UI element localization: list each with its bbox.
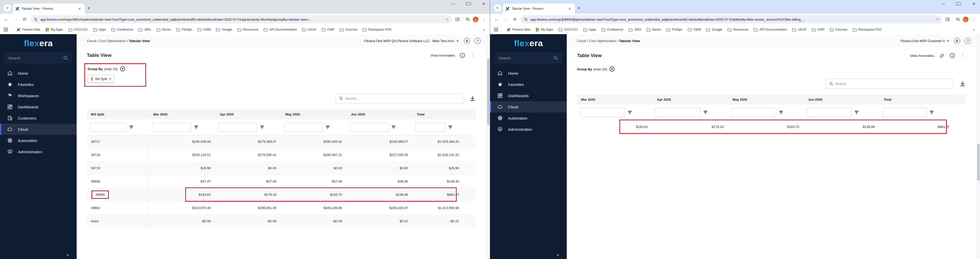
bookmark-item[interactable]: Decks bbox=[644, 27, 663, 33]
sidebar-search[interactable] bbox=[5, 53, 72, 63]
column-header[interactable]: Mar 2025 bbox=[577, 96, 652, 103]
filter-icon[interactable] bbox=[854, 111, 859, 114]
monosnap-extension-icon[interactable]: ◡ bbox=[473, 17, 478, 22]
back-button[interactable]: ← bbox=[493, 17, 500, 22]
sidebar-item-cloud[interactable]: Cloud bbox=[0, 124, 76, 135]
tab-search-button[interactable] bbox=[494, 4, 501, 12]
restore-button[interactable] bbox=[466, 2, 471, 6]
sidebar-item-automation[interactable]: Automation bbox=[0, 135, 76, 146]
sidebar-item-dashboards[interactable]: Dashboards bbox=[0, 101, 76, 112]
column-header[interactable]: Total bbox=[412, 111, 464, 117]
scrollbar-thumb[interactable] bbox=[487, 58, 490, 125]
page-scrollbar[interactable] bbox=[977, 34, 980, 259]
scrollbar-thumb[interactable] bbox=[977, 144, 980, 181]
bookmarks-overflow-icon[interactable]: » bbox=[971, 27, 977, 32]
bookmark-item[interactable]: Resources bbox=[725, 27, 751, 33]
bookmark-item[interactable]: API Documentation bbox=[751, 27, 789, 33]
table-row[interactable]: 38659$183.62$179.16$183.70$136.88$683.37 bbox=[87, 188, 476, 201]
bookmark-item[interactable]: CMM bbox=[196, 27, 213, 33]
new-tab-button[interactable]: + bbox=[578, 5, 581, 11]
bookmark-item[interactable]: My Apps bbox=[43, 27, 65, 33]
table-row[interactable]: $183.62$179.16$183.70$136.88$683.37 bbox=[577, 120, 966, 134]
filter-icon[interactable] bbox=[628, 111, 632, 114]
help-icon[interactable]: ? bbox=[965, 38, 971, 44]
column-header[interactable]: Total bbox=[879, 96, 954, 103]
bookmark-item[interactable]: CCO-CCr bbox=[556, 27, 580, 33]
table-search-input[interactable] bbox=[835, 82, 950, 86]
reload-button[interactable]: ⟳ bbox=[512, 17, 518, 22]
bookmark-item[interactable]: Courses bbox=[827, 27, 850, 33]
column-header[interactable]: Jun 2025 bbox=[347, 111, 412, 117]
sidebar-item-automation[interactable]: Automation bbox=[490, 112, 567, 124]
user-avatar-icon[interactable] bbox=[954, 38, 960, 44]
table-row[interactable]: 36717$235,035.44$275,369.47$290,420.42$2… bbox=[87, 135, 476, 148]
column-filter-input[interactable] bbox=[655, 108, 701, 117]
bookmark-item[interactable]: JIRA bbox=[626, 27, 643, 33]
table-search[interactable] bbox=[826, 79, 953, 89]
filter-icon[interactable] bbox=[325, 125, 330, 129]
table-menu-icon[interactable]: ⋮ bbox=[960, 53, 966, 58]
forward-button[interactable]: → bbox=[12, 17, 19, 22]
tab-close-icon[interactable]: ✕ bbox=[77, 6, 82, 11]
download-icon[interactable] bbox=[469, 95, 476, 101]
bookmark-star-icon[interactable]: ☆ bbox=[446, 17, 449, 22]
bookmark-item[interactable]: Confluence bbox=[109, 27, 135, 33]
filter-icon[interactable] bbox=[929, 111, 934, 114]
bookmark-item[interactable]: Google bbox=[214, 27, 234, 33]
table-search-input[interactable] bbox=[345, 96, 460, 100]
bookmark-item[interactable]: Google bbox=[704, 27, 724, 33]
playlist-extension-icon[interactable] bbox=[465, 17, 470, 22]
help-icon[interactable]: ? bbox=[474, 38, 480, 44]
bookmark-item[interactable]: Flexera Okta bbox=[14, 27, 42, 33]
column-header[interactable]: Jun 2025 bbox=[804, 96, 879, 103]
tab-search-button[interactable] bbox=[3, 4, 11, 12]
sidebar-item-home[interactable]: Home bbox=[0, 68, 76, 79]
tab-close-icon[interactable]: ✕ bbox=[567, 6, 573, 11]
column-header[interactable]: Mar 2025 bbox=[149, 111, 215, 117]
sidebar-item-administration[interactable]: Administration bbox=[0, 146, 76, 157]
bookmark-star-icon[interactable]: ☆ bbox=[936, 17, 939, 22]
filter-icon[interactable] bbox=[194, 125, 199, 129]
table-menu-icon[interactable]: ⋮ bbox=[470, 53, 476, 58]
bookmarks-overflow-icon[interactable]: » bbox=[481, 27, 486, 32]
forward-button[interactable]: → bbox=[503, 17, 509, 22]
table-row[interactable]: 36718$235,125.51$275,590.41$290,087.21$2… bbox=[87, 148, 476, 162]
column-filter-input[interactable] bbox=[90, 123, 126, 132]
column-filter-input[interactable] bbox=[284, 123, 323, 132]
column-header[interactable]: May 2025 bbox=[728, 96, 804, 103]
account-selector[interactable]: Flexera One MSP Customer 5 bbox=[900, 39, 949, 43]
add-group-by-icon[interactable] bbox=[609, 66, 615, 72]
extensions-icon[interactable] bbox=[455, 17, 460, 22]
view-anomalies-link[interactable]: View Anomalies bbox=[910, 54, 934, 58]
filter-icon[interactable] bbox=[448, 125, 453, 129]
sidebar-search[interactable] bbox=[495, 53, 562, 63]
sidebar-item-home[interactable]: Home bbox=[490, 68, 567, 79]
address-bar[interactable]: app.flexera.com/orgs/38659/optima/tabula… bbox=[521, 15, 942, 24]
sidebar-search-input[interactable] bbox=[8, 56, 63, 60]
bookmark-item[interactable]: CMP bbox=[810, 27, 827, 33]
bookmark-item[interactable]: Resources bbox=[235, 27, 261, 33]
bookmark-item[interactable]: Confluence bbox=[599, 27, 625, 33]
table-search[interactable] bbox=[336, 93, 463, 104]
column-filter-input[interactable] bbox=[350, 123, 389, 132]
restore-button[interactable] bbox=[956, 2, 961, 6]
playlist-extension-icon[interactable] bbox=[955, 17, 960, 22]
info-icon[interactable] bbox=[460, 52, 465, 58]
bookmark-item[interactable]: Rackspace POC bbox=[851, 27, 884, 33]
bookmark-item[interactable]: My Apps bbox=[533, 27, 555, 33]
sidebar-item-favorites[interactable]: Favorites bbox=[490, 79, 567, 90]
close-button[interactable]: ✕ bbox=[481, 2, 486, 6]
browser-menu-icon[interactable]: ⋮ bbox=[971, 17, 977, 22]
browser-tab[interactable]: Tabular View - Flexera ✕ bbox=[13, 3, 85, 14]
sidebar-item-cloud[interactable]: Cloud bbox=[490, 101, 567, 112]
bookmark-item[interactable]: API Documentation bbox=[261, 27, 299, 33]
column-header[interactable]: Bill Split bbox=[87, 111, 149, 117]
bookmark-item[interactable]: Flexera Okta bbox=[505, 27, 533, 33]
bookmark-item[interactable]: Apps bbox=[91, 27, 108, 33]
bookmark-item[interactable]: JIRA bbox=[136, 27, 153, 33]
filter-icon[interactable] bbox=[703, 111, 708, 114]
column-filter-input[interactable] bbox=[152, 123, 191, 132]
bookmark-item[interactable]: UI/UX bbox=[300, 27, 318, 33]
sidebar-collapse-button[interactable]: « bbox=[557, 253, 558, 257]
bookmark-item[interactable]: UI/UX bbox=[790, 27, 808, 33]
